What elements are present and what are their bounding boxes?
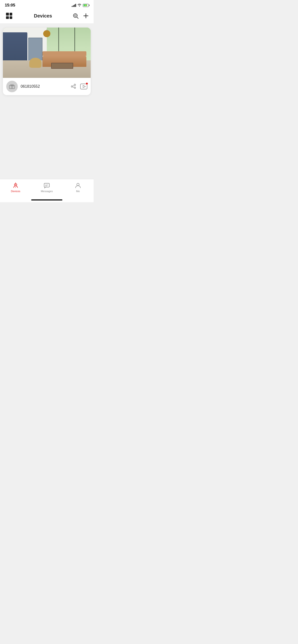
search-icon (72, 13, 79, 19)
room-lamp (43, 30, 50, 37)
nav-item-messages[interactable]: Messages (31, 182, 62, 192)
plus-icon (83, 13, 89, 19)
room-chair (29, 58, 42, 68)
svg-point-14 (15, 184, 16, 185)
page-title: Devices (34, 13, 52, 19)
device-actions (71, 83, 87, 90)
grid-icon (6, 13, 12, 19)
battery-icon: ⚡ (83, 4, 89, 7)
home-indicator (0, 198, 94, 202)
nav-label-devices: Devices (11, 190, 20, 192)
svg-line-2 (77, 17, 78, 18)
device-info-row: 061810552 (3, 78, 91, 95)
nav-label-messages: Messages (41, 190, 53, 192)
recordings-button[interactable] (80, 83, 87, 90)
signal-bars-icon (72, 4, 76, 7)
svg-point-20 (77, 183, 79, 186)
messages-nav-icon (44, 182, 50, 188)
header-actions (72, 13, 89, 19)
notification-badge (86, 82, 88, 85)
status-bar: 15:05 ⚡ (0, 0, 94, 9)
svg-point-6 (11, 86, 13, 88)
share-button[interactable] (71, 84, 76, 89)
svg-line-9 (73, 86, 74, 86)
device-id: 061810552 (21, 84, 71, 89)
nav-label-me: Me (76, 190, 80, 192)
status-icons: ⚡ (72, 4, 89, 7)
add-button[interactable] (83, 13, 89, 19)
nav-icon-me (75, 182, 81, 189)
svg-rect-17 (44, 183, 49, 187)
svg-point-8 (13, 86, 14, 86)
svg-marker-12 (83, 85, 85, 88)
svg-point-1 (75, 15, 76, 16)
header: Devices (0, 9, 94, 24)
nav-icon-devices (12, 182, 19, 189)
search-button[interactable] (72, 13, 79, 19)
room-table (51, 63, 73, 69)
status-time: 15:05 (5, 3, 15, 8)
svg-line-10 (73, 87, 74, 88)
wifi-icon (77, 4, 81, 7)
devices-nav-icon (13, 182, 19, 188)
home-bar (31, 199, 62, 200)
device-thumbnail[interactable] (3, 28, 91, 78)
device-avatar (6, 81, 18, 92)
main-content: 061810552 (0, 24, 94, 179)
nav-item-me[interactable]: Me (62, 182, 94, 192)
device-card[interactable]: 061810552 (3, 28, 91, 95)
nav-item-devices[interactable]: Devices (0, 182, 31, 192)
device-camera-icon (9, 83, 16, 90)
room-scene (3, 28, 91, 78)
me-nav-icon (75, 182, 81, 188)
share-icon (71, 84, 76, 89)
bottom-nav: Devices Messages Me (0, 179, 94, 198)
grid-view-button[interactable] (5, 12, 14, 20)
nav-icon-messages (43, 182, 50, 189)
